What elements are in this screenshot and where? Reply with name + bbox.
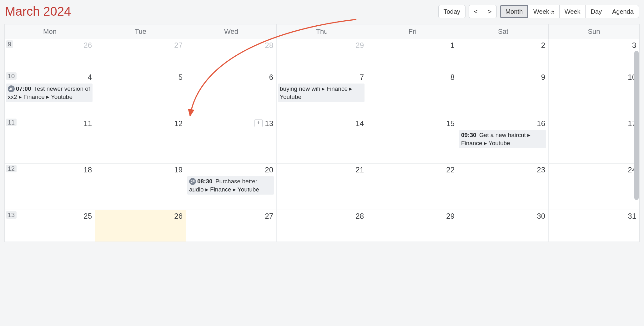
day-cell[interactable]: 6: [186, 71, 277, 117]
event-time: 07:00: [16, 85, 31, 92]
add-event-button[interactable]: +: [254, 119, 263, 127]
day-header: Tue: [95, 24, 186, 39]
day-cell[interactable]: 17: [549, 117, 639, 163]
day-cell[interactable]: 31: [549, 210, 639, 242]
day-number: 7: [360, 73, 364, 82]
day-cell[interactable]: 23: [458, 164, 549, 210]
today-button[interactable]: Today: [438, 5, 465, 18]
day-header: Thu: [277, 24, 367, 39]
day-cell[interactable]: 5: [95, 71, 186, 117]
week-number: 9: [6, 40, 13, 48]
view-button-week-clock[interactable]: Week ◔: [528, 5, 559, 18]
day-header: Fri: [367, 24, 458, 39]
day-cell[interactable]: 926: [5, 39, 95, 71]
scrollbar[interactable]: [634, 51, 639, 242]
week-row: 1325262728293031: [5, 210, 639, 242]
day-cell[interactable]: 1111: [5, 117, 95, 163]
day-cell[interactable]: 8: [367, 71, 458, 117]
day-header: Wed: [186, 24, 277, 39]
day-cell[interactable]: 27: [95, 39, 186, 71]
view-switch-group: MonthWeek ◔WeekDayAgenda: [500, 5, 639, 18]
day-number: 15: [446, 119, 455, 128]
day-number: 20: [265, 166, 273, 174]
day-cell[interactable]: 30: [458, 210, 549, 242]
avatar: JP: [8, 85, 15, 92]
day-number: 1: [450, 41, 455, 50]
scrollbar-thumb[interactable]: [634, 51, 639, 200]
week-row: 926272829123: [5, 39, 639, 71]
day-cell[interactable]: 1609:30 Get a new haircut ▸ Finance ▸ Yo…: [458, 117, 549, 163]
day-number: 27: [265, 212, 273, 221]
day-cell[interactable]: 29: [277, 39, 367, 71]
day-number: 3: [632, 41, 636, 50]
day-cell[interactable]: 7buying new wifi ▸ Finance ▸ Youtube: [277, 71, 367, 117]
day-cell[interactable]: 1: [367, 39, 458, 71]
day-number: 25: [83, 212, 92, 221]
day-cell[interactable]: 28: [186, 39, 277, 71]
day-cell[interactable]: 15: [367, 117, 458, 163]
day-cell[interactable]: 21: [277, 164, 367, 210]
event-time: 08:30: [197, 178, 213, 185]
event-title: buying new wifi ▸ Finance ▸ Youtube: [280, 85, 352, 100]
day-cell[interactable]: 104JP07:00 Test newer version of xx2 ▸ F…: [5, 71, 95, 117]
day-number: 2: [541, 41, 545, 50]
clock-icon: ◔: [549, 9, 554, 14]
day-number: 23: [537, 166, 545, 174]
day-cell[interactable]: 10: [549, 71, 639, 117]
day-cell[interactable]: 27: [186, 210, 277, 242]
day-number: 29: [355, 41, 364, 50]
day-number: 26: [83, 41, 92, 50]
day-number: 19: [174, 166, 183, 174]
day-cell[interactable]: 14: [277, 117, 367, 163]
day-cell[interactable]: 29: [367, 210, 458, 242]
day-cell[interactable]: 24: [549, 164, 639, 210]
next-button[interactable]: >: [483, 5, 497, 18]
day-number: 8: [450, 73, 455, 82]
day-cell[interactable]: 1218: [5, 164, 95, 210]
week-number: 12: [6, 165, 17, 172]
day-number: 18: [83, 166, 92, 174]
day-number: 30: [537, 212, 545, 221]
day-cell[interactable]: 3: [549, 39, 639, 71]
event-chip[interactable]: JP08:30 Purchase better audio ▸ Finance …: [187, 176, 274, 195]
day-cell[interactable]: 2: [458, 39, 549, 71]
day-number: 5: [179, 73, 183, 82]
view-button-agenda[interactable]: Agenda: [607, 5, 639, 18]
view-button-day[interactable]: Day: [585, 5, 607, 18]
view-toolbar: Today < > MonthWeek ◔WeekDayAgenda: [438, 5, 639, 18]
day-header: Sun: [549, 24, 639, 39]
day-cell[interactable]: 13+: [186, 117, 277, 163]
event-time: 09:30: [461, 132, 476, 138]
event-chip[interactable]: JP07:00 Test newer version of xx2 ▸ Fina…: [6, 84, 93, 102]
day-number: 6: [269, 73, 273, 82]
prev-button[interactable]: <: [469, 5, 483, 18]
day-cell[interactable]: 20JP08:30 Purchase better audio ▸ Financ…: [186, 164, 277, 210]
week-number: 13: [6, 211, 17, 219]
page-title: March 2024: [5, 4, 71, 18]
week-number: 10: [6, 72, 17, 80]
week-row: 104JP07:00 Test newer version of xx2 ▸ F…: [5, 71, 639, 117]
day-number: 4: [88, 73, 92, 82]
day-number: 22: [446, 166, 455, 174]
week-row: 11111213+14151609:30 Get a new haircut ▸…: [5, 117, 639, 164]
day-cell[interactable]: 22: [367, 164, 458, 210]
day-number: 11: [83, 119, 92, 128]
day-cell[interactable]: 12: [95, 117, 186, 163]
day-number: 21: [355, 166, 364, 174]
day-cell[interactable]: 9: [458, 71, 549, 117]
day-cell[interactable]: 26: [95, 210, 186, 242]
avatar: JP: [189, 178, 196, 185]
event-chip[interactable]: 09:30 Get a new haircut ▸ Finance ▸ Yout…: [459, 130, 546, 148]
view-button-week[interactable]: Week: [559, 5, 586, 18]
view-button-month[interactable]: Month: [500, 5, 528, 18]
day-cell[interactable]: 19: [95, 164, 186, 210]
day-number: 14: [355, 119, 364, 128]
week-number: 11: [6, 119, 17, 126]
week-row: 12181920JP08:30 Purchase better audio ▸ …: [5, 164, 639, 210]
day-number: 16: [537, 119, 545, 128]
day-header: Mon: [5, 24, 95, 39]
day-number: 26: [174, 212, 183, 221]
event-chip[interactable]: buying new wifi ▸ Finance ▸ Youtube: [278, 84, 365, 102]
day-cell[interactable]: 28: [277, 210, 367, 242]
day-cell[interactable]: 1325: [5, 210, 95, 242]
